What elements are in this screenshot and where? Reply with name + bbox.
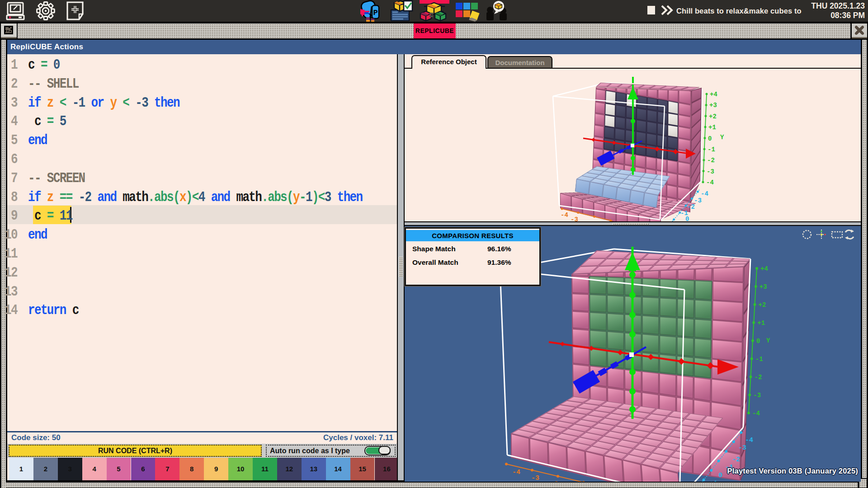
svg-text:-4: -4 xyxy=(512,469,520,476)
svg-text:-4: -4 xyxy=(745,436,753,444)
svg-text:-3: -3 xyxy=(707,168,714,175)
svg-text:-4: -4 xyxy=(561,211,568,219)
svg-text:-2: -2 xyxy=(550,480,558,482)
svg-text:+3: +3 xyxy=(760,283,767,291)
svg-text:-4: -4 xyxy=(752,410,760,417)
svg-text:-4: -4 xyxy=(701,190,708,197)
svg-text:Y: Y xyxy=(766,337,770,344)
svg-text:0: 0 xyxy=(708,135,712,142)
svg-text:-1: -1 xyxy=(755,356,763,363)
svg-text:-3: -3 xyxy=(753,392,761,399)
svg-text:-3: -3 xyxy=(571,216,578,221)
svg-text:-2: -2 xyxy=(707,157,715,164)
svg-text:P: P xyxy=(373,9,377,17)
svg-text:-2: -2 xyxy=(732,456,740,464)
svg-text:0: 0 xyxy=(718,472,722,479)
svg-text:+3: +3 xyxy=(709,102,717,109)
svg-text:-4: -4 xyxy=(706,179,714,186)
svg-text:-3: -3 xyxy=(531,474,539,482)
svg-text:0: 0 xyxy=(685,216,689,221)
svg-text:+2: +2 xyxy=(709,113,717,120)
svg-text:-3: -3 xyxy=(694,197,702,204)
svg-text:+1: +1 xyxy=(709,480,717,482)
svg-text:Y: Y xyxy=(720,134,724,141)
svg-text:-2: -2 xyxy=(687,203,695,211)
svg-text:+4: +4 xyxy=(710,91,717,98)
svg-text:-1: -1 xyxy=(708,146,715,153)
svg-text:0: 0 xyxy=(756,338,760,345)
svg-text:+2: +2 xyxy=(759,301,766,309)
svg-text:+4: +4 xyxy=(760,265,768,272)
svg-text:-3: -3 xyxy=(738,444,746,452)
svg-text:+1: +1 xyxy=(708,124,716,131)
svg-text:-2: -2 xyxy=(755,374,762,381)
svg-text:+1: +1 xyxy=(757,319,765,327)
